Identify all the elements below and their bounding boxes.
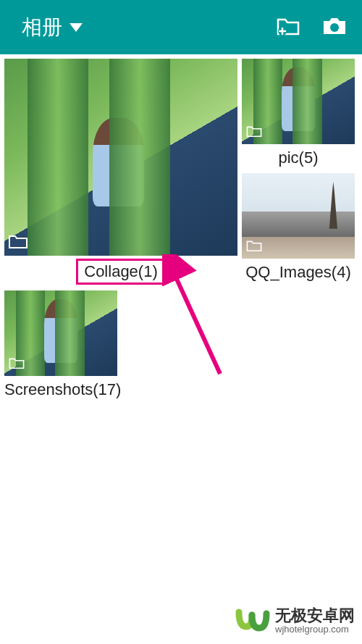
watermark-title: 无极安卓网 (275, 607, 355, 624)
album-dropdown[interactable]: 相册 (22, 14, 83, 41)
add-folder-button[interactable] (275, 15, 301, 40)
person-placeholder (44, 299, 78, 364)
folder-icon (9, 234, 28, 251)
watermark: 无极安卓网 wjhotelgroup.com (235, 605, 355, 637)
watermark-url: wjhotelgroup.com (275, 624, 355, 635)
album-qq-thumb (242, 173, 355, 259)
folder-icon (9, 357, 25, 372)
album-screenshots-thumb (4, 290, 117, 376)
album-screenshots-label: Screenshots(17) (4, 376, 119, 405)
folder-icon (246, 240, 262, 254)
app-header: 相册 (0, 0, 362, 54)
album-screenshots[interactable]: Screenshots(17) (4, 290, 119, 405)
camera-icon (321, 15, 348, 40)
watermark-text: 无极安卓网 wjhotelgroup.com (275, 607, 355, 635)
dropdown-arrow-icon (70, 23, 83, 32)
album-collage-label: Collage(1) (76, 259, 166, 285)
add-folder-icon (275, 15, 301, 40)
album-collage-thumb (4, 59, 237, 256)
folder-icon (246, 125, 262, 140)
svg-point-1 (330, 23, 339, 32)
person-placeholder (93, 118, 144, 206)
person-placeholder (282, 67, 316, 132)
album-right-column: pic(5) QQ_Images(4) (242, 59, 355, 288)
album-qq-label: QQ_Images(4) (242, 259, 355, 288)
watermark-logo-icon (235, 605, 271, 637)
album-pic[interactable]: pic(5) (242, 59, 355, 173)
album-qq-images[interactable]: QQ_Images(4) (242, 173, 355, 288)
album-collage-label-wrap: Collage(1) (4, 256, 237, 289)
album-pic-label: pic(5) (242, 144, 355, 173)
album-pic-thumb (242, 59, 355, 144)
album-grid: Collage(1) pic(5) QQ_Images(4) (0, 54, 362, 409)
header-title-text: 相册 (22, 14, 62, 41)
album-collage[interactable]: Collage(1) (4, 59, 237, 289)
camera-button[interactable] (321, 15, 348, 40)
